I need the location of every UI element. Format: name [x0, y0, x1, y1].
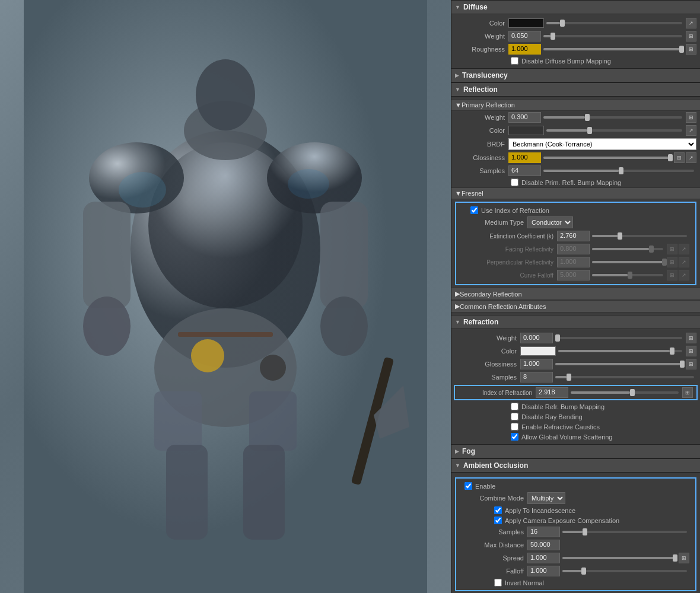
primary-refl-header[interactable]: ▼ Primary Reflection [451, 99, 700, 111]
primary-disable-bump-check[interactable] [511, 178, 518, 186]
refr-color-value-area: ⊞ [520, 346, 696, 356]
primary-samples-value-area: 64 [508, 165, 696, 176]
diffuse-section-header[interactable]: ▼ Diffuse [451, 0, 700, 14]
translucency-section-header[interactable]: ▶ Translucency [451, 68, 700, 82]
fresnel-extinction-value[interactable]: 2.760 [557, 231, 590, 241]
ao-falloff-value[interactable]: 1.000 [527, 566, 560, 576]
refr-weight-btn[interactable]: ⊞ [686, 333, 696, 343]
primary-weight-row: Weight 0.300 ⊞ [451, 111, 700, 124]
ao-samples-value[interactable]: 16 [527, 527, 560, 537]
refr-disable-bump-check[interactable] [511, 403, 518, 410]
refr-samples-row: Samples 8 [451, 371, 700, 384]
refr-ior-value[interactable]: 2.918 [536, 387, 568, 398]
primary-color-slider[interactable] [546, 129, 682, 132]
diffuse-weight-value[interactable]: 0.050 [508, 31, 541, 42]
primary-color-link-btn[interactable]: ↗ [686, 125, 696, 136]
ao-invert-check[interactable] [494, 579, 502, 586]
diffuse-roughness-value-area: 1.000 ⊞ [508, 44, 696, 55]
refr-ior-value-area: 2.918 ⊞ [536, 387, 693, 398]
diffuse-disable-bump-check[interactable] [511, 57, 518, 65]
refr-ior-slider[interactable] [571, 391, 679, 394]
ao-maxdist-row: Max Distance 50.000 [459, 538, 693, 551]
diffuse-roughness-link-btn[interactable]: ⊞ [686, 44, 696, 55]
primary-samples-value[interactable]: 64 [508, 165, 541, 176]
refr-disable-bump-label: Disable Refr. Bump Mapping [521, 403, 604, 410]
diffuse-weight-slider[interactable] [543, 35, 682, 37]
diffuse-weight-link-btn[interactable]: ⊞ [686, 31, 696, 42]
refr-allow-global-check[interactable] [511, 433, 518, 441]
fresnel-curve-value-area: 5.000 ⊞ ↗ [557, 270, 689, 280]
refr-glossiness-label: Glossiness [455, 361, 520, 368]
refr-weight-row: Weight 0.000 ⊞ [451, 331, 700, 345]
ao-spread-row: Spread 1.000 ⊞ [459, 551, 693, 565]
ao-apply-camera-check[interactable] [494, 517, 502, 524]
ao-section-header[interactable]: ▼ Ambient Occlusion [451, 458, 700, 473]
primary-weight-slider[interactable] [543, 116, 682, 119]
fresnel-facing-value: 0.800 [557, 244, 590, 254]
ao-combine-row: Combine Mode Multiply Add [459, 491, 693, 505]
refr-enable-caustics-check[interactable] [511, 423, 518, 431]
ao-apply-inc-check[interactable] [494, 506, 502, 514]
diffuse-arrow: ▼ [455, 4, 460, 10]
svg-point-10 [320, 296, 368, 356]
ao-spread-slider[interactable] [562, 557, 675, 559]
diffuse-roughness-value[interactable]: 1.000 [508, 44, 541, 55]
ao-combine-label: Combine Mode [462, 495, 527, 502]
refr-glossiness-btn[interactable]: ⊞ [686, 359, 696, 369]
ao-falloff-slider[interactable] [562, 570, 687, 572]
secondary-refl-header[interactable]: ▶ Secondary Reflection [451, 288, 700, 300]
fresnel-header[interactable]: ▼ Fresnel [451, 187, 700, 199]
primary-glossiness-icon1[interactable]: ⊞ [674, 152, 685, 163]
ao-content: Enable Combine Mode Multiply Add Apply T… [451, 473, 700, 593]
diffuse-weight-row: Weight 0.050 ⊞ [451, 30, 700, 43]
fresnel-perp-btn1: ⊞ [667, 257, 677, 267]
refr-samples-label: Samples [455, 374, 520, 381]
refr-weight-value[interactable]: 0.000 [520, 333, 553, 343]
refr-samples-value-area: 8 [520, 372, 696, 382]
refr-weight-slider[interactable] [555, 337, 682, 339]
refr-disable-ray-check[interactable] [511, 413, 518, 420]
fresnel-use-ior-check[interactable] [470, 206, 478, 214]
refr-samples-value[interactable]: 8 [520, 372, 553, 382]
primary-brdf-select[interactable]: Beckmann (Cook-Torrance) Ward Phong [508, 138, 696, 150]
diffuse-color-link-btn[interactable]: ↗ [686, 18, 696, 28]
refr-glossiness-value[interactable]: 1.000 [520, 359, 553, 369]
ao-enable-check[interactable] [464, 482, 472, 490]
primary-weight-value[interactable]: 0.300 [508, 112, 541, 123]
refr-disable-ray-label: Disable Ray Bending [521, 413, 583, 420]
reflection-section-header[interactable]: ▼ Reflection [451, 82, 700, 97]
svg-point-9 [83, 296, 131, 356]
refraction-section-header[interactable]: ▼ Refraction [451, 315, 700, 329]
refr-samples-slider[interactable] [555, 376, 694, 378]
primary-glossiness-slider[interactable] [543, 157, 670, 159]
diffuse-color-slider[interactable] [546, 22, 682, 24]
fresnel-extinction-slider[interactable] [592, 235, 687, 237]
refr-color-slider[interactable] [558, 350, 682, 352]
diffuse-roughness-slider[interactable] [543, 48, 682, 50]
primary-glossiness-icon2[interactable]: ↗ [686, 152, 696, 163]
ao-maxdist-value[interactable]: 50.000 [527, 540, 560, 550]
fresnel-medium-row: Medium Type Conductor Dielectric [459, 215, 693, 229]
common-refl-header[interactable]: ▶ Common Reflection Attributes [451, 300, 700, 313]
diffuse-color-swatch[interactable] [508, 18, 544, 28]
primary-samples-slider[interactable] [543, 170, 694, 172]
refr-glossiness-slider[interactable] [555, 363, 682, 365]
refr-ior-highlight-box: Index of Refraction 2.918 ⊞ [454, 385, 698, 400]
ao-spread-value[interactable]: 1.000 [527, 553, 560, 563]
primary-glossiness-value[interactable]: 1.000 [508, 152, 541, 163]
reflection-arrow: ▼ [455, 87, 460, 93]
refr-ior-btn[interactable]: ⊞ [682, 387, 693, 398]
primary-weight-link-btn[interactable]: ⊞ [686, 112, 696, 123]
ao-samples-slider[interactable] [562, 531, 687, 533]
svg-rect-12 [154, 391, 202, 451]
ao-combine-select[interactable]: Multiply Add [527, 492, 565, 504]
refr-color-btn[interactable]: ⊞ [686, 346, 696, 356]
diffuse-weight-label: Weight [455, 33, 508, 40]
fresnel-medium-value-area: Conductor Dielectric [527, 216, 689, 228]
primary-color-swatch[interactable] [508, 126, 544, 135]
fog-section-header[interactable]: ▶ Fog [451, 444, 700, 458]
fresnel-medium-select[interactable]: Conductor Dielectric [527, 216, 573, 228]
refraction-content: Weight 0.000 ⊞ Color ⊞ Glossiness 1.000 … [451, 329, 700, 444]
refr-color-swatch[interactable] [520, 346, 556, 356]
ao-spread-btn[interactable]: ⊞ [679, 553, 689, 563]
